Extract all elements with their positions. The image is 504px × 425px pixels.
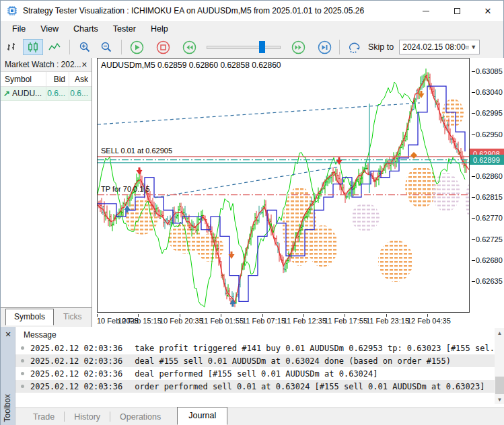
scrollbar-thumb[interactable]: [495, 377, 504, 394]
price-chart[interactable]: AUDUSDm,M5 0.62859 0.62860 0.62858 0.628…: [97, 58, 470, 313]
zoom-out-button[interactable]: [96, 39, 116, 55]
log-text: deal #155 sell 0.01 AUDUSDm at 0.63024 d…: [135, 356, 451, 366]
sell-order-line-label: SELL 0.01 at 0.62905: [101, 147, 172, 155]
rewind-button[interactable]: [179, 39, 199, 55]
tab-operations[interactable]: Operations: [110, 409, 170, 425]
toolbar-separator: [339, 40, 340, 54]
skip-to-end-icon: [318, 40, 332, 54]
tab-ticks[interactable]: Ticks: [54, 309, 92, 327]
candlestick-chart-icon: [27, 42, 39, 52]
time-tick-label: 11 Feb 17:55: [324, 317, 367, 325]
toolbox-panel: ✕ Toolbox Message 2025.02.12 02:03:36 ta…: [1, 327, 504, 425]
time-axis: 10 Feb 202510 Feb 15:1510 Feb 20:3511 Fe…: [97, 314, 504, 327]
column-symbol[interactable]: Symbol: [1, 75, 46, 84]
stop-icon: [156, 40, 170, 54]
slider-thumb[interactable]: [259, 41, 265, 53]
minimize-button[interactable]: [410, 1, 441, 21]
app-chip-icon: [7, 5, 17, 16]
price-axis: 0.630850.630400.629950.629500.629050.628…: [471, 58, 504, 313]
market-watch-panel: Market Watch : 202... ✕ Symbol Bid Ask ↗…: [1, 58, 92, 327]
toolbox-side-strip: ✕ Toolbox: [1, 327, 15, 425]
journal-message-header[interactable]: Message: [15, 329, 57, 341]
menu-file[interactable]: File: [5, 22, 33, 36]
toolbar: Skip to 2024.02.15 08:00 ▼: [1, 36, 503, 58]
tab-trade[interactable]: Trade: [24, 409, 64, 425]
bar-chart-button[interactable]: [1, 39, 22, 55]
price-tick-label: 0.62635: [476, 277, 503, 285]
toolbox-vertical-label[interactable]: Toolbox: [3, 394, 12, 422]
toolbox-close-icon[interactable]: ✕: [1, 330, 15, 339]
close-icon: ✕: [484, 6, 492, 16]
journal-row[interactable]: 2025.02.12 02:03:36 deal #155 sell 0.01 …: [15, 354, 495, 367]
maximize-button[interactable]: [441, 1, 472, 21]
zoom-in-icon: [79, 41, 91, 53]
zoom-in-button[interactable]: [75, 39, 95, 55]
time-tick-label: 12 Feb 04:35: [407, 317, 451, 325]
title-bar: Strategy Tester Visualization : ICHIMOKU…: [1, 1, 503, 21]
fast-forward-icon: [291, 40, 305, 54]
menu-help[interactable]: Help: [143, 22, 176, 36]
line-chart-icon: [48, 42, 61, 52]
price-tick-label: 0.62950: [476, 130, 503, 139]
journal-row[interactable]: 2025.02.12 02:03:36 deal performed [#155…: [15, 367, 495, 380]
line-chart-button[interactable]: [44, 39, 65, 55]
menu-tester[interactable]: Tester: [106, 22, 143, 36]
market-watch-title: Market Watch : 202...: [5, 60, 81, 69]
toolbox-tabs: Trade History Operations Journal: [15, 408, 504, 425]
scroll-down-icon[interactable]: ▼: [495, 395, 504, 404]
time-tick-label: 10 Feb 20:35: [159, 317, 203, 325]
play-button[interactable]: [127, 39, 147, 55]
price-tick-label: 0.62995: [476, 109, 503, 117]
market-watch-close-icon[interactable]: ✕: [81, 61, 87, 69]
price-tick-label: 0.62770: [476, 214, 503, 222]
price-tick-label: 0.62815: [476, 193, 503, 201]
time-tick-label: 10 Feb 15:15: [118, 317, 161, 325]
skip-gesture-button[interactable]: [345, 39, 365, 55]
fast-forward-button[interactable]: [288, 39, 308, 55]
bid-value: 0.6...: [46, 87, 69, 100]
column-bid[interactable]: Bid: [46, 72, 69, 86]
take-profit-line-label: TP for 70 0.1 5: [101, 185, 150, 193]
zoom-out-icon: [100, 41, 112, 53]
menu-view[interactable]: View: [33, 22, 66, 36]
rewind-icon: [182, 40, 196, 54]
slider-groove: [207, 46, 281, 49]
stop-button[interactable]: [153, 39, 173, 55]
skip-to-date-input[interactable]: 2024.02.15 08:00 ▼: [399, 40, 480, 54]
journal-row[interactable]: 2025.02.12 02:03:36 order performed sell…: [15, 380, 495, 393]
time-tick-label: 11 Feb 01:55: [201, 317, 244, 325]
close-button[interactable]: ✕: [472, 1, 503, 21]
skip-to-date-value[interactable]: 2024.02.15 08:00: [402, 42, 465, 52]
log-time: 2025.02.12 02:03:36: [30, 356, 122, 366]
price-tick-label: 0.63040: [476, 88, 503, 96]
strategy-tester-window: Strategy Tester Visualization : ICHIMOKU…: [0, 0, 504, 425]
price-tick-label: 0.62725: [476, 235, 503, 243]
column-ask[interactable]: Ask: [69, 72, 92, 86]
market-watch-columns: Symbol Bid Ask: [1, 72, 92, 87]
toolbar-separator: [121, 40, 122, 54]
log-text: deal performed [#155 sell 0.01 AUDUSDm a…: [135, 369, 377, 379]
price-tick-label: 0.62860: [476, 172, 503, 180]
toolbar-separator: [69, 40, 70, 54]
ask-value: 0.6...: [69, 87, 92, 100]
time-tick-label: 11 Feb 07:15: [242, 317, 285, 325]
candlestick-chart-button[interactable]: [23, 39, 43, 55]
market-watch-row-audusd[interactable]: ↗AUDU... 0.6... 0.6...: [1, 87, 92, 101]
tab-history[interactable]: History: [65, 409, 110, 425]
tab-symbols[interactable]: Symbols: [5, 309, 54, 325]
log-bullet-icon: [21, 385, 24, 388]
skip-to-end-button[interactable]: [314, 39, 334, 55]
scroll-up-icon[interactable]: ▲: [495, 328, 504, 338]
log-time: 2025.02.12 02:03:36: [30, 382, 122, 391]
journal-row[interactable]: 2025.02.12 02:03:36 take profit triggere…: [15, 342, 495, 354]
menu-bar: File View Charts Tester Help: [1, 21, 503, 36]
tab-journal[interactable]: Journal: [177, 407, 227, 425]
date-dropdown-icon[interactable]: ▼: [470, 44, 476, 50]
trend-up-icon: ↗: [3, 89, 10, 98]
speed-slider[interactable]: [207, 41, 281, 53]
log-bullet-icon: [21, 346, 24, 350]
journal-scrollbar[interactable]: ▲ ▼: [495, 328, 504, 404]
maximize-icon: [454, 8, 460, 14]
skip-to-label: Skip to: [368, 42, 394, 52]
menu-charts[interactable]: Charts: [66, 22, 106, 36]
